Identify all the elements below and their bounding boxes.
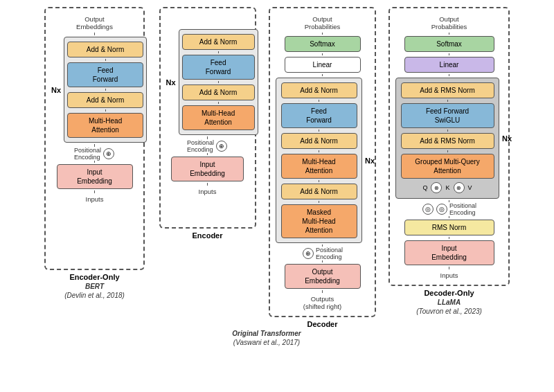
dec-add-norm-1: Add & Norm [281, 82, 357, 98]
enc-add-norm-1: Add & Norm [182, 34, 255, 50]
transformer-enc-dec: Output Nx Add & Norm FeedForward Add & N… [154, 7, 379, 328]
dec-section-label: Decoder [307, 320, 337, 328]
bert-section-label: Encoder-Only [69, 273, 119, 281]
llama-nx-content: Add & RMS Norm Feed ForwardSwiGLU Add & … [395, 76, 499, 200]
llama-inner-box: Add & RMS Norm Feed ForwardSwiGLU Add & … [395, 78, 499, 199]
llama-input-embedding: InputEmbedding [404, 240, 494, 265]
bert-add-norm-1: Add & Norm [67, 42, 143, 57]
bert-dashed-box: OutputEmbeddings Nx Add & Norm FeedForwa… [44, 7, 145, 270]
enc-inputs-label: Inputs [199, 188, 217, 195]
enc-pos-enc-row: PositionalEncoding ⊕ [187, 139, 228, 153]
bert-input-embedding: InputEmbedding [57, 164, 133, 189]
dec-pos-circle: ⊕ [303, 248, 314, 259]
llama-q-label: Q [422, 184, 427, 191]
llama-k-label: K [445, 184, 449, 191]
dec-pos-enc-label: PositionalEncoding [316, 247, 343, 260]
bert-nx-content: Add & Norm FeedForward Add & Norm Multi-… [64, 35, 147, 144]
bert-inner-box: Add & Norm FeedForward Add & Norm Multi-… [64, 37, 147, 143]
dec-output-prob-label: OutputProbabilities [305, 15, 341, 30]
decoder-part: OutputProbabilities Softmax Linear Add &… [265, 7, 379, 328]
bert-output-label: OutputEmbeddings [76, 15, 113, 30]
llama-dashed-box: OutputProbabilities Softmax Linear Add &… [388, 7, 510, 286]
enc-nx-label: Nx [166, 78, 176, 87]
llama-caption2: (Touvron et al., 2023) [416, 308, 482, 315]
llama-add-rms-norm-2: Add & RMS Norm [401, 133, 494, 149]
encoder-part: Output Nx Add & Norm FeedForward Add & N… [154, 7, 261, 328]
llama-qkv-row: Q ⊗ K ⊗ V [422, 181, 472, 194]
llama-v-label: V [468, 184, 472, 191]
dec-linear: Linear [285, 57, 361, 73]
bert-feed-forward: FeedForward [67, 62, 143, 87]
enc-nx-content: Add & Norm FeedForward Add & Norm Multi-… [179, 28, 258, 136]
llama-k-circle: ⊗ [454, 182, 465, 193]
encoder-dashed-box: Output Nx Add & Norm FeedForward Add & N… [159, 7, 256, 229]
llama-inputs-label: Inputs [440, 271, 458, 279]
bert-caption1: BERT [85, 283, 104, 290]
llama-add-rms-norm-1: Add & RMS Norm [401, 82, 494, 98]
bert-add-norm-2: Add & Norm [67, 92, 143, 108]
bert-pos-enc-label: PositionalEncoding [74, 147, 101, 161]
bert-section: OutputEmbeddings Nx Add & Norm FeedForwa… [41, 7, 148, 299]
dec-pos-enc-row: ⊕ PositionalEncoding [302, 247, 343, 260]
llama-output-prob-label: OutputProbabilities [431, 15, 467, 30]
dec-masked-attn: MaskedMulti-HeadAttention [281, 204, 357, 238]
bert-caption2: (Devlin et al., 2018) [64, 292, 125, 299]
dec-multi-head-attn: Multi-HeadAttention [281, 154, 357, 179]
llama-grouped-mqa: Grouped Multi-QueryAttention [401, 154, 494, 179]
dec-add-norm-3: Add & Norm [281, 184, 357, 199]
transformer-caption1: Original Transformer [232, 330, 301, 337]
bert-multi-head-attn: Multi-HeadAttention [67, 113, 143, 138]
dec-outputs-label: Outputs(shifted right) [303, 295, 341, 310]
enc-inner-box: Add & Norm FeedForward Add & Norm Multi-… [179, 29, 258, 135]
transformer-caption2: (Vaswani et al., 2017) [233, 339, 300, 346]
llama-pos-circle2: ◎ [436, 204, 447, 215]
enc-pos-enc-label: PositionalEncoding [187, 139, 214, 153]
enc-feed-forward: FeedForward [182, 55, 255, 80]
dec-softmax: Softmax [285, 36, 361, 52]
dec-feed-forward: FeedForward [281, 103, 357, 128]
enc-pos-circle: ⊕ [216, 141, 227, 152]
dec-nx-row: Add & Norm FeedForward Add & Norm Multi-… [276, 76, 369, 244]
llama-q-circle: ⊗ [431, 182, 442, 193]
llama-nx-label: Nx [502, 134, 512, 143]
llama-pos-enc-row: ◎ ◎ PositionalEncoding [422, 202, 476, 216]
enc-multi-head-attn: Multi-HeadAttention [182, 105, 255, 130]
dec-nx-content: Add & Norm FeedForward Add & Norm Multi-… [276, 76, 362, 244]
decoder-dashed-box: OutputProbabilities Softmax Linear Add &… [269, 7, 376, 317]
enc-section-label: Encoder [192, 231, 222, 240]
dec-output-embedding: OutputEmbedding [285, 264, 361, 289]
enc-input-embedding: InputEmbedding [171, 157, 244, 181]
enc-add-norm-2: Add & Norm [182, 84, 255, 100]
bert-nx-label: Nx [51, 86, 61, 94]
llama-rms-norm: RMS Norm [404, 220, 494, 235]
llama-nx-row: Add & RMS Norm Feed ForwardSwiGLU Add & … [395, 76, 503, 200]
dec-add-norm-2: Add & Norm [281, 133, 357, 149]
llama-softmax: Softmax [404, 36, 494, 52]
llama-linear: Linear [404, 57, 494, 73]
dec-inner-box: Add & Norm FeedForward Add & Norm Multi-… [276, 78, 362, 243]
llama-caption1: LLaMA [438, 299, 461, 306]
bert-inputs-label: Inputs [86, 195, 104, 203]
main-container: OutputEmbeddings Nx Add & Norm FeedForwa… [7, 7, 547, 385]
llama-pos-enc-label: PositionalEncoding [449, 202, 476, 216]
llama-section-label: Decoder-Only [424, 289, 474, 297]
llama-pos-circle1: ◎ [422, 204, 434, 215]
llama-section: OutputProbabilities Softmax Linear Add &… [385, 7, 513, 315]
bert-nx-row: Nx Add & Norm FeedForward Add & Norm Mul… [51, 35, 138, 144]
bert-pos-enc-row: PositionalEncoding ⊕ [74, 147, 115, 161]
bert-pos-circle: ⊕ [103, 148, 114, 159]
transformer-section: Output Nx Add & Norm FeedForward Add & N… [154, 7, 379, 346]
llama-feed-forward-swiglu: Feed ForwardSwiGLU [401, 103, 494, 128]
enc-nx-row: Nx Add & Norm FeedForward Add & Norm Mul… [166, 28, 249, 136]
dec-nx-label: Nx [365, 157, 375, 165]
